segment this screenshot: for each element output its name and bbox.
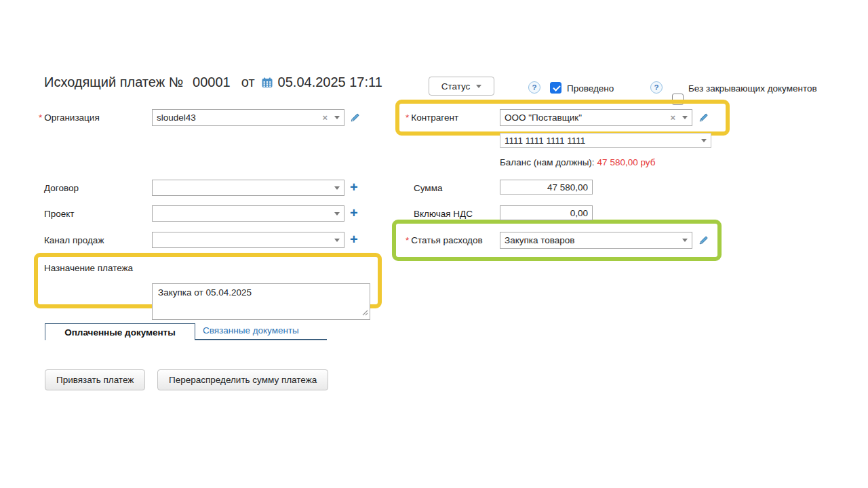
counterparty-edit-pencil-icon[interactable] — [698, 112, 709, 123]
clear-icon[interactable]: × — [322, 113, 328, 123]
counterparty-input[interactable]: ООО "Поставщик" × — [500, 109, 692, 126]
counterparty-value: ООО "Поставщик" — [505, 113, 670, 123]
payment-purpose-label: Назначение платежа — [44, 263, 133, 273]
question-glyph: ? — [532, 83, 536, 92]
sales-channel-add-plus-icon[interactable]: + — [350, 232, 358, 246]
balance-value: 47 580,00 руб — [597, 157, 656, 167]
chevron-down-icon[interactable] — [682, 239, 688, 242]
tab-paid-documents[interactable]: Оплаченные документы — [45, 323, 195, 340]
payment-purpose-value: Закупка от 05.04.2025 — [158, 287, 252, 298]
contract-add-plus-icon[interactable]: + — [350, 180, 358, 194]
account-select[interactable]: 1111 1111 1111 1111 — [500, 133, 711, 148]
amount-input[interactable]: 47 580,00 — [500, 180, 593, 195]
resize-grip-icon[interactable] — [362, 308, 368, 318]
required-mark: * — [406, 113, 409, 123]
redistribute-amount-button[interactable]: Перераспределить сумму платежа — [157, 369, 328, 390]
no-closing-docs-checkbox[interactable] — [672, 94, 684, 105]
status-button-label: Статус — [441, 81, 471, 92]
account-number-value: 1111 1111 1111 1111 — [505, 136, 701, 146]
tab-related-documents[interactable]: Связанные документы — [203, 325, 299, 336]
document-number: 00001 — [193, 75, 231, 90]
chevron-down-icon — [476, 85, 481, 88]
expense-item-value: Закупка товаров — [505, 235, 682, 245]
organization-input[interactable]: sloudel43 × — [152, 109, 344, 126]
counterparty-label: *Контрагент — [406, 113, 458, 123]
amount-label: Сумма — [414, 183, 442, 193]
expense-item-edit-pencil-icon[interactable] — [698, 235, 709, 246]
question-glyph: ? — [654, 83, 658, 92]
redistribute-amount-button-label: Перераспределить сумму платежа — [169, 375, 317, 385]
project-select[interactable] — [152, 205, 344, 222]
payment-purpose-textarea[interactable]: Закупка от 05.04.2025 — [152, 283, 370, 320]
vat-label: Включая НДС — [414, 209, 473, 219]
chevron-down-icon[interactable] — [701, 139, 707, 142]
balance-label: Баланс (нам должны): — [500, 157, 595, 167]
chevron-down-icon[interactable] — [682, 116, 688, 119]
chevron-down-icon[interactable] — [334, 239, 340, 242]
posted-checkbox-label[interactable]: Проведено — [567, 83, 614, 94]
title-prefix: Исходящий платеж № — [44, 75, 183, 90]
document-datetime[interactable]: 05.04.2025 17:11 — [278, 75, 382, 90]
vat-input[interactable]: 0,00 — [500, 205, 593, 220]
chevron-down-icon[interactable] — [334, 212, 340, 216]
tab-strip-underline — [195, 339, 327, 340]
bind-payment-button[interactable]: Привязать платеж — [45, 369, 145, 390]
calendar-icon[interactable] — [262, 77, 273, 88]
page-title: Исходящий платеж № 00001 от 05.04.2025 1… — [44, 75, 382, 90]
required-mark: * — [406, 235, 409, 245]
amount-value: 47 580,00 — [547, 182, 588, 192]
contract-select[interactable] — [152, 180, 344, 196]
expense-item-label: *Статья расходов — [406, 235, 483, 245]
date-preposition: от — [241, 75, 255, 90]
sales-channel-label: Канал продаж — [44, 235, 104, 245]
organization-label: *Организация — [39, 113, 100, 123]
posted-checkbox[interactable] — [550, 82, 561, 94]
expense-item-select[interactable]: Закупка товаров — [500, 232, 692, 249]
chevron-down-icon[interactable] — [334, 186, 340, 190]
organization-value: sloudel43 — [157, 113, 322, 123]
sales-channel-select[interactable] — [152, 232, 344, 248]
chevron-down-icon[interactable] — [334, 116, 340, 119]
payment-form-page: Исходящий платеж № 00001 от 05.04.2025 1… — [0, 0, 868, 488]
balance-line: Баланс (нам должны):47 580,00 руб — [500, 157, 655, 167]
bind-payment-button-label: Привязать платеж — [56, 375, 134, 385]
required-mark: * — [39, 113, 42, 123]
clear-icon[interactable]: × — [670, 113, 675, 123]
project-add-plus-icon[interactable]: + — [350, 206, 358, 220]
organization-edit-pencil-icon[interactable] — [349, 112, 361, 123]
no-closing-docs-checkbox-label[interactable]: Без закрывающих документов — [688, 83, 817, 94]
vat-value: 0,00 — [570, 208, 588, 218]
contract-label: Договор — [44, 183, 79, 193]
tab-paid-documents-label: Оплаченные документы — [64, 327, 176, 338]
status-button[interactable]: Статус — [429, 77, 494, 96]
help-icon-no-closing-docs[interactable]: ? — [650, 81, 663, 94]
project-label: Проект — [44, 209, 74, 219]
tab-related-documents-label: Связанные документы — [203, 325, 299, 336]
help-icon-posted[interactable]: ? — [528, 81, 540, 94]
